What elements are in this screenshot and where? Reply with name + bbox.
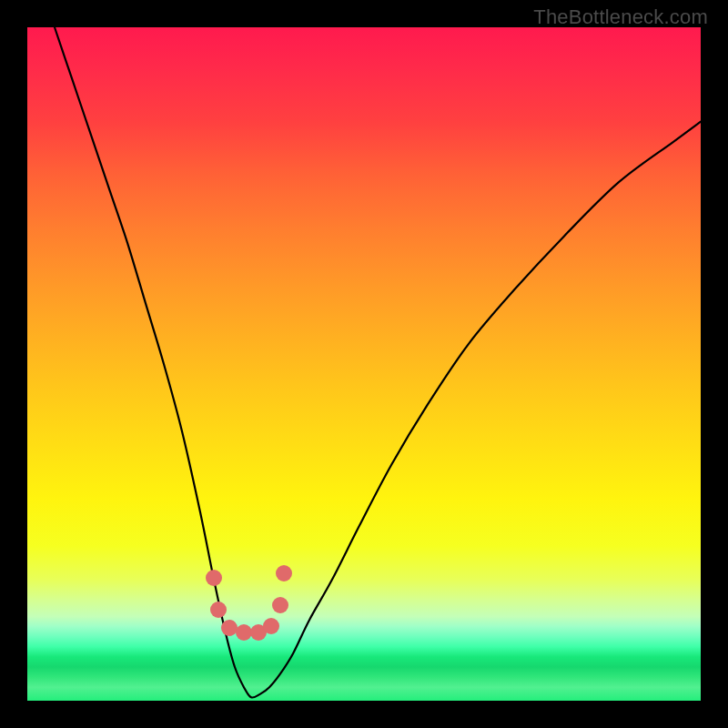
- curve-marker: [236, 624, 252, 641]
- watermark-text: TheBottleneck.com: [533, 5, 708, 29]
- chart-frame: TheBottleneck.com: [0, 0, 728, 728]
- bottleneck-curve: [55, 27, 701, 698]
- curve-marker: [276, 565, 292, 581]
- curve-layer: [27, 27, 701, 701]
- plot-area: [27, 27, 701, 701]
- curve-marker: [263, 618, 279, 634]
- curve-marker: [272, 597, 288, 613]
- curve-marker: [210, 602, 227, 618]
- marker-group: [206, 565, 292, 641]
- curve-marker: [221, 620, 238, 636]
- curve-marker: [206, 570, 222, 586]
